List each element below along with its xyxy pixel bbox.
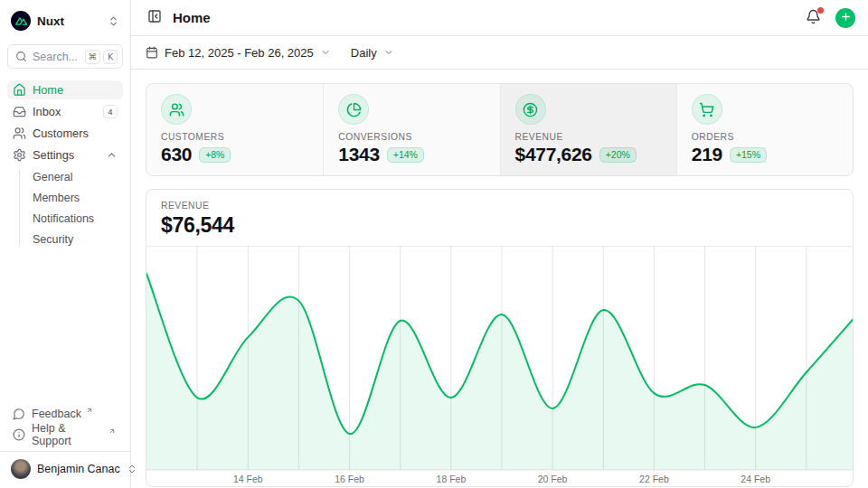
chart-header: REVENUE $76,544 [146, 190, 853, 238]
svg-text:24 Feb: 24 Feb [741, 474, 770, 484]
sidebar-footer: Feedback Help & Support Benjamin Canac [7, 403, 123, 488]
sidebar-item-label: Settings [33, 148, 74, 162]
stat-label: ORDERS [692, 132, 838, 142]
date-range-value: Feb 12, 2025 - Feb 26, 2025 [165, 46, 314, 60]
stat-card-conversions[interactable]: CONVERSIONS 1343 +14% [323, 84, 499, 175]
sidebar-item-label: Customers [33, 127, 89, 140]
app-root: Nuxt Search... ⌘ K Home Inbox 4 Cu [0, 0, 868, 488]
svg-text:22 Feb: 22 Feb [639, 474, 669, 484]
plus-icon [840, 11, 852, 25]
workspace-name: Nuxt [37, 14, 101, 28]
user-menu[interactable]: Benjamin Canac [0, 451, 130, 486]
date-range-picker[interactable]: Feb 12, 2025 - Feb 26, 2025 [146, 46, 331, 60]
sidebar-item-home[interactable]: Home [7, 80, 123, 99]
notifications-button[interactable] [804, 7, 823, 29]
search-icon [15, 51, 27, 62]
page-title: Home [173, 10, 211, 25]
chart-total-value: $76,544 [161, 213, 838, 238]
svg-text:20 Feb: 20 Feb [538, 474, 568, 484]
svg-text:16 Feb: 16 Feb [335, 474, 364, 484]
external-link-icon [86, 407, 93, 414]
gear-icon [13, 148, 26, 162]
sidebar-item-settings-general[interactable]: General [29, 168, 123, 186]
stat-card-customers[interactable]: CUSTOMERS 630 +8% [146, 84, 323, 175]
chart-title: REVENUE [161, 201, 838, 211]
svg-text:18 Feb: 18 Feb [437, 474, 467, 484]
stat-delta-badge: +14% [387, 147, 424, 163]
sidebar-item-settings[interactable]: Settings [7, 145, 123, 164]
sidebar-nav: Home Inbox 4 Customers Settings General … [7, 80, 123, 249]
notification-dot [817, 7, 824, 14]
stat-value: 219 [692, 144, 722, 165]
chevron-up-icon [106, 149, 118, 161]
stat-card-orders[interactable]: ORDERS 219 +15% [676, 84, 853, 175]
filters-toolbar: Feb 12, 2025 - Feb 26, 2025 Daily [131, 36, 868, 70]
nuxt-logo-icon [11, 11, 31, 31]
revenue-chart-card: REVENUE $76,544 14 Feb16 Feb18 Feb20 Feb… [146, 189, 854, 487]
sidebar-item-settings-notifications[interactable]: Notifications [29, 210, 123, 228]
stat-label: CUSTOMERS [161, 132, 308, 142]
stat-value: $477,626 [515, 144, 592, 165]
help-support-label: Help & Support [32, 422, 104, 447]
stat-value: 1343 [338, 144, 380, 165]
panel-left-close-icon [147, 9, 162, 26]
kbd-k: K [103, 50, 118, 64]
house-icon [13, 83, 26, 97]
sidebar-item-settings-members[interactable]: Members [29, 189, 123, 207]
granularity-value: Daily [351, 46, 377, 60]
page-header: Home [131, 0, 868, 36]
svg-text:14 Feb: 14 Feb [233, 474, 263, 484]
message-circle-icon [13, 408, 25, 420]
feedback-label: Feedback [32, 408, 81, 420]
dollar-circle-icon [515, 94, 546, 125]
users-icon [13, 127, 26, 140]
settings-subnav: General Members Notifications Security [7, 168, 123, 249]
stat-delta-badge: +8% [199, 147, 231, 163]
info-icon [13, 428, 25, 441]
search-placeholder: Search... [33, 51, 80, 63]
users-icon [161, 94, 192, 125]
sidebar-item-customers[interactable]: Customers [7, 124, 123, 143]
chevron-down-icon [383, 47, 394, 58]
dashboard-content: CUSTOMERS 630 +8% CONVERSIONS 1343 +14% [131, 70, 868, 488]
stat-label: REVENUE [515, 132, 662, 142]
main-area: Home Feb 12, 2025 - Feb 26, 2025 Daily [131, 0, 868, 488]
stat-delta-badge: +20% [599, 147, 637, 163]
sidebar: Nuxt Search... ⌘ K Home Inbox 4 Cu [0, 0, 131, 488]
stat-value: 630 [161, 144, 192, 165]
cart-icon [692, 94, 722, 125]
revenue-chart[interactable]: 14 Feb16 Feb18 Feb20 Feb22 Feb24 Feb [146, 246, 854, 487]
add-button[interactable] [835, 8, 855, 28]
stat-delta-badge: +15% [730, 147, 767, 163]
help-support-link[interactable]: Help & Support [7, 424, 123, 445]
sidebar-item-inbox[interactable]: Inbox 4 [7, 102, 123, 121]
user-name: Benjamin Canac [37, 463, 120, 475]
inbox-icon [13, 105, 26, 118]
sidebar-item-label: Inbox [33, 105, 61, 118]
stat-card-revenue[interactable]: REVENUE $477,626 +20% [500, 84, 676, 175]
collapse-sidebar-button[interactable] [146, 7, 164, 28]
kbd-cmd: ⌘ [85, 50, 101, 64]
stats-row: CUSTOMERS 630 +8% CONVERSIONS 1343 +14% [146, 83, 854, 176]
search-input[interactable]: Search... ⌘ K [7, 44, 123, 69]
chevron-down-icon [320, 47, 331, 58]
calendar-icon [146, 46, 158, 59]
chart-pie-icon [338, 94, 369, 125]
granularity-select[interactable]: Daily [351, 46, 394, 60]
sidebar-item-settings-security[interactable]: Security [29, 230, 123, 249]
chevrons-up-down-icon [108, 15, 119, 27]
stat-label: CONVERSIONS [338, 132, 485, 142]
inbox-count-badge: 4 [103, 105, 118, 118]
workspace-switcher[interactable]: Nuxt [7, 7, 123, 34]
sidebar-item-label: Home [33, 83, 63, 97]
external-link-icon [108, 427, 116, 435]
avatar [11, 459, 31, 479]
